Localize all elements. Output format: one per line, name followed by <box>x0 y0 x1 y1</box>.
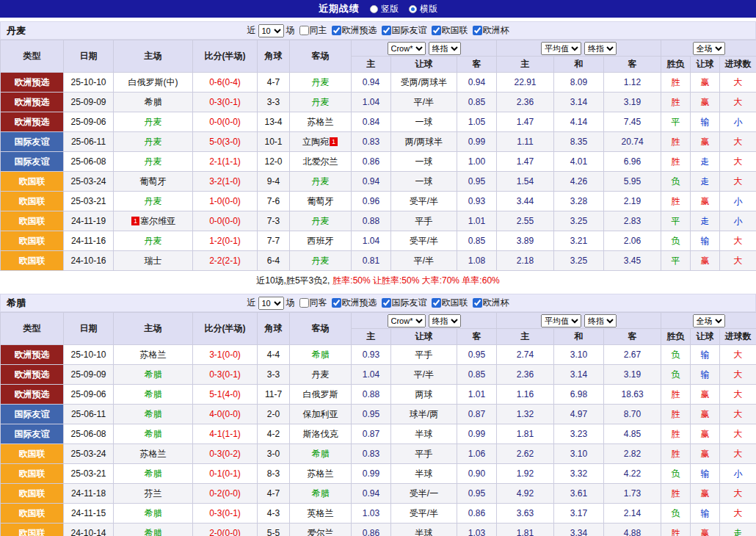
away-team: 立陶宛1 <box>290 132 352 152</box>
intl-friendly-checkbox-input[interactable] <box>382 298 391 308</box>
result-goals: 大 <box>720 152 756 172</box>
euro-qualifier-checkbox[interactable]: 欧洲预选 <box>332 24 377 37</box>
home-team-name: 希腊 <box>145 97 162 107</box>
home-team: 希腊 <box>114 365 193 385</box>
away-odds: 1.08 <box>457 251 497 271</box>
euro-cup-checkbox[interactable]: 欧洲杯 <box>473 24 509 37</box>
checkbox-label: 同主 <box>310 24 327 37</box>
fulltime-select[interactable]: 全场 <box>693 314 725 327</box>
layout-option-horizontal[interactable]: 横版 <box>409 3 437 15</box>
euro-cup-checkbox[interactable]: 欧洲杯 <box>473 297 509 309</box>
section-header: 希腊近10场同客欧洲预选国际友谊欧国联欧洲杯 <box>0 294 756 312</box>
result-goals: 大 <box>720 484 756 504</box>
match-row: 欧洲预选25-09-09希腊0-3(0-1)3-3丹麦1.04平/半0.852.… <box>1 365 756 385</box>
average-stage-select[interactable]: 终指 <box>584 314 617 327</box>
fulltime-select[interactable]: 全场 <box>693 42 725 55</box>
avg-home: 2.74 <box>497 345 554 365</box>
filter-bar: 近10场同客欧洲预选国际友谊欧国联欧洲杯 <box>1 297 755 310</box>
same-away-checkbox[interactable]: 同客 <box>299 297 327 309</box>
handicap: 受平/半 <box>391 192 457 211</box>
match-row: 国际友谊25-06-08希腊4-1(1-1)4-2斯洛伐克0.87半球0.991… <box>1 424 756 444</box>
column-subheader: 让球 <box>691 329 720 345</box>
checkbox-label: 欧国联 <box>442 24 468 37</box>
same-home-checkbox[interactable]: 同主 <box>299 24 327 37</box>
match-date: 25-09-06 <box>64 385 114 405</box>
result-goals: 大 <box>720 231 756 251</box>
corners: 7-7 <box>258 231 290 251</box>
nations-league-checkbox[interactable]: 欧国联 <box>432 24 468 37</box>
handicap: 一球 <box>391 112 457 132</box>
away-team-name: 葡萄牙 <box>308 196 334 206</box>
average-select[interactable]: 平均值 <box>541 314 581 327</box>
away-team-name: 希腊 <box>312 488 330 499</box>
column-subheader: 让球 <box>391 329 457 345</box>
euro-qualifier-checkbox[interactable]: 欧洲预选 <box>332 297 377 309</box>
intl-friendly-checkbox-input[interactable] <box>382 26 391 35</box>
avg-home: 1.54 <box>497 172 554 192</box>
nations-league-checkbox[interactable]: 欧国联 <box>432 297 468 309</box>
away-odds: 0.90 <box>457 464 497 484</box>
match-date: 25-03-24 <box>64 444 114 464</box>
match-date: 25-06-11 <box>64 132 114 152</box>
avg-draw: 3.21 <box>554 231 604 251</box>
euro-cup-checkbox-input[interactable] <box>473 298 482 308</box>
match-date: 25-10-10 <box>64 345 114 365</box>
bookmaker-select[interactable]: Crow* <box>388 314 426 327</box>
avg-home: 4.92 <box>497 484 554 504</box>
result-goals: 大 <box>720 365 756 385</box>
result-handicap: 走 <box>691 152 720 172</box>
column-header: 类型 <box>1 40 64 73</box>
result-goals: 大 <box>720 345 756 365</box>
average-stage-select[interactable]: 终指 <box>584 42 617 55</box>
column-subheader: 和 <box>554 329 604 345</box>
recent-count-select[interactable]: 10 <box>258 24 284 37</box>
intl-friendly-checkbox[interactable]: 国际友谊 <box>382 24 427 37</box>
odds-stage-select[interactable]: 终指 <box>429 314 461 327</box>
handicap: 半球 <box>391 424 457 444</box>
match-date: 25-03-21 <box>64 464 114 484</box>
competition-type: 欧国联 <box>1 192 64 211</box>
same-away-checkbox-input[interactable] <box>299 298 309 308</box>
match-row: 欧国联24-11-191塞尔维亚0-0(0-0)7-3丹麦0.88平手1.012… <box>1 211 756 231</box>
result-handicap: 赢 <box>691 132 720 152</box>
result-wdl: 负 <box>661 345 691 365</box>
competition-type: 欧国联 <box>1 172 64 192</box>
score: 0-3(0-1) <box>193 93 258 112</box>
bookmaker-select[interactable]: Crow* <box>388 42 426 55</box>
avg-draw: 3.25 <box>554 251 604 271</box>
result-wdl: 负 <box>661 231 691 251</box>
corners: 6-4 <box>258 251 290 271</box>
avg-away: 3.19 <box>604 365 661 385</box>
avg-home: 2.55 <box>497 211 554 231</box>
away-team: 希腊 <box>290 484 352 504</box>
column-header: 主场 <box>114 313 193 345</box>
result-handicap: 赢 <box>691 192 720 211</box>
euro-qualifier-checkbox-input[interactable] <box>332 26 341 35</box>
match-row: 欧国联24-10-16瑞士2-2(2-1)6-4丹麦0.81平/半1.082.1… <box>1 251 756 271</box>
result-handicap: 走 <box>691 211 720 231</box>
layout-option-vertical[interactable]: 竖版 <box>370 3 399 15</box>
euro-cup-checkbox-input[interactable] <box>473 26 482 35</box>
home-team-name: 希腊 <box>145 508 162 518</box>
home-team: 希腊 <box>114 405 193 424</box>
odds-stage-select[interactable]: 终指 <box>429 42 461 55</box>
avg-draw: 3.32 <box>554 464 604 484</box>
recent-count-select[interactable]: 10 <box>258 297 284 310</box>
home-team: 希腊 <box>114 424 193 444</box>
topbar: 近期战绩 竖版 横版 <box>0 0 756 18</box>
nations-league-checkbox-input[interactable] <box>432 26 441 35</box>
nations-league-checkbox-input[interactable] <box>432 298 441 308</box>
result-wdl: 平 <box>661 112 691 132</box>
same-home-checkbox-input[interactable] <box>299 26 309 35</box>
avg-draw: 3.34 <box>554 524 604 536</box>
result-wdl: 胜 <box>661 405 691 424</box>
away-team: 丹麦 <box>290 93 352 112</box>
match-row: 国际友谊25-06-11希腊4-0(0-0)2-0保加利亚0.95球半/两0.8… <box>1 405 756 424</box>
average-select[interactable]: 平均值 <box>541 42 581 55</box>
away-odds: 1.05 <box>457 112 497 132</box>
intl-friendly-checkbox[interactable]: 国际友谊 <box>382 297 427 309</box>
corners: 12-0 <box>258 152 290 172</box>
result-goals: 走 <box>720 524 756 536</box>
euro-qualifier-checkbox-input[interactable] <box>332 298 341 308</box>
home-team-name: 丹麦 <box>145 137 162 147</box>
